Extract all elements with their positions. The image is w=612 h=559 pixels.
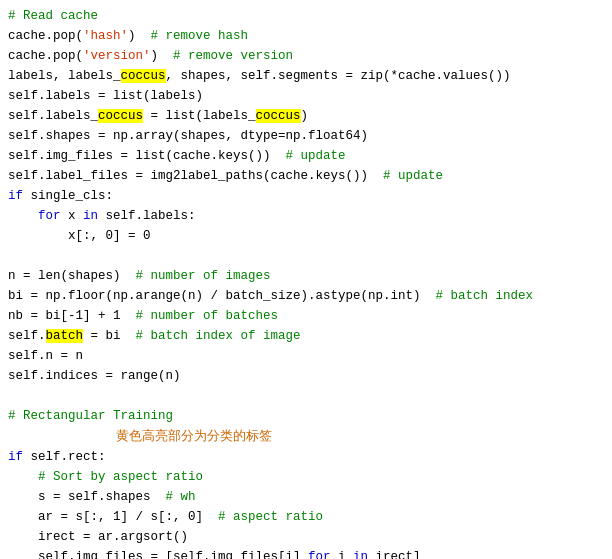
line-16: self.batch = bi # batch index of image	[8, 326, 604, 346]
line-24: irect = ar.argsort()	[8, 527, 604, 547]
comment-read-cache: # Read cache	[8, 9, 98, 23]
line-21: # Sort by aspect ratio	[8, 467, 604, 487]
line-25: self.img_files = [self.img_files[i] for …	[8, 547, 604, 559]
line-23: ar = s[:, 1] / s[:, 0] # aspect ratio	[8, 507, 604, 527]
line-2: cache.pop('hash') # remove hash	[8, 26, 604, 46]
highlight-batch-1: batch	[46, 329, 84, 343]
line-9: self.label_files = img2label_paths(cache…	[8, 166, 604, 186]
code-container: # Read cache cache.pop('hash') # remove …	[0, 0, 612, 559]
line-1: # Read cache	[8, 6, 604, 26]
highlight-coccus-1: coccus	[121, 69, 166, 83]
line-20: if self.rect:	[8, 447, 604, 467]
line-22: s = self.shapes # wh	[8, 487, 604, 507]
line-13: n = len(shapes) # number of images	[8, 266, 604, 286]
line-12: x[:, 0] = 0	[8, 226, 604, 246]
line-14: bi = np.floor(np.arange(n) / batch_size)…	[8, 286, 604, 306]
line-19: # Rectangular Training 黄色高亮部分为分类的标签	[8, 406, 604, 447]
line-10: if single_cls:	[8, 186, 604, 206]
line-18: self.indices = range(n)	[8, 366, 604, 386]
line-4: labels, labels_coccus, shapes, self.segm…	[8, 66, 604, 86]
highlight-coccus-3: coccus	[256, 109, 301, 123]
line-11: for x in self.labels:	[8, 206, 604, 226]
line-6: self.labels_coccus = list(labels_coccus)	[8, 106, 604, 126]
line-17: self.n = n	[8, 346, 604, 366]
highlight-coccus-2: coccus	[98, 109, 143, 123]
line-5: self.labels = list(labels)	[8, 86, 604, 106]
line-3: cache.pop('version') # remove version	[8, 46, 604, 66]
annotation-label: 黄色高亮部分为分类的标签	[8, 428, 272, 443]
line-blank-2	[8, 386, 604, 406]
line-blank-1	[8, 246, 604, 266]
line-7: self.shapes = np.array(shapes, dtype=np.…	[8, 126, 604, 146]
line-8: self.img_files = list(cache.keys()) # up…	[8, 146, 604, 166]
line-15: nb = bi[-1] + 1 # number of batches	[8, 306, 604, 326]
